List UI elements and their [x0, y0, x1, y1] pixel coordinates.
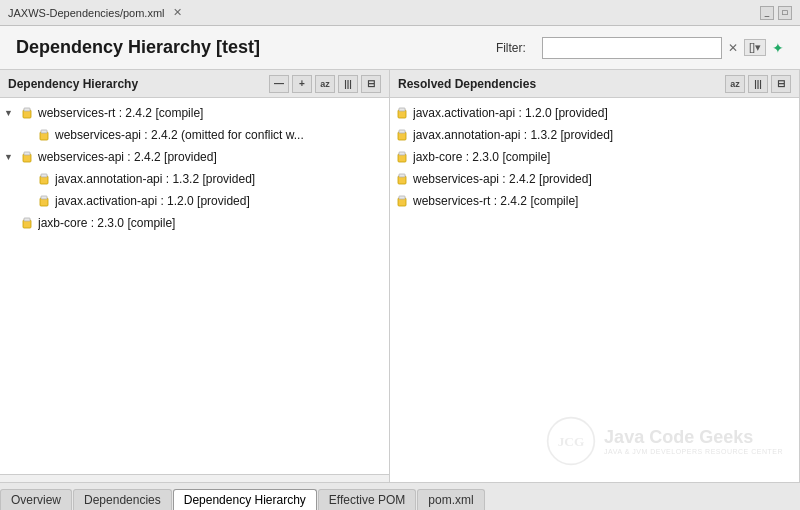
tab-overview[interactable]: Overview: [0, 489, 72, 510]
filter-input[interactable]: [542, 37, 722, 59]
right-panel-toolbar: az ||| ⊟: [725, 75, 791, 93]
jar-icon: [19, 215, 35, 231]
collapse-all-btn-right[interactable]: ⊟: [771, 75, 791, 93]
jar-icon: [36, 127, 52, 143]
tree-item-jaxb-core[interactable]: jaxb-core : 2.3.0 [compile]: [0, 212, 389, 234]
collapse-all-btn[interactable]: ⊟: [361, 75, 381, 93]
jar-icon: [19, 105, 35, 121]
svg-rect-1: [24, 108, 30, 111]
resolved-item-2: javax.annotation-api : 1.3.2 [provided]: [413, 126, 613, 144]
svg-rect-19: [399, 174, 405, 177]
list-item[interactable]: javax.activation-api : 1.2.0 [provided]: [390, 102, 799, 124]
tab-dependency-hierarchy[interactable]: Dependency Hierarchy: [173, 489, 317, 510]
jar-icon: [19, 149, 35, 165]
right-panel-content: javax.activation-api : 1.2.0 [provided] …: [390, 98, 799, 482]
left-panel-title: Dependency Hierarchy: [8, 77, 138, 91]
svg-rect-11: [24, 218, 30, 221]
filter-label: Filter:: [496, 41, 526, 55]
svg-rect-9: [41, 196, 47, 199]
tree-text-webservices-api-omitted: webservices-api : 2.4.2 (omitted for con…: [55, 126, 304, 144]
tree-text-javax-annotation: javax.annotation-api : 1.3.2 [provided]: [55, 170, 255, 188]
filter-clear-button[interactable]: ✕: [726, 41, 740, 55]
maximize-button[interactable]: □: [778, 6, 792, 20]
right-panel-header: Resolved Dependencies az ||| ⊟: [390, 70, 799, 98]
watermark-name: Java Code Geeks: [604, 427, 783, 449]
expand-btn[interactable]: +: [292, 75, 312, 93]
sort-az-btn[interactable]: az: [315, 75, 335, 93]
svg-rect-15: [399, 130, 405, 133]
page-title: Dependency Hierarchy [test]: [16, 37, 260, 58]
content-area: Dependency Hierarchy — + az ||| ⊟ ▼ web: [0, 70, 800, 482]
tree-arrow-webservices-api: ▼: [4, 148, 16, 166]
tab-effective-pom[interactable]: Effective POM: [318, 489, 416, 510]
resolved-dependencies-panel: Resolved Dependencies az ||| ⊟ javax.act…: [390, 70, 800, 482]
tab-pom-xml[interactable]: pom.xml: [417, 489, 484, 510]
sort-bars-btn-right[interactable]: |||: [748, 75, 768, 93]
watermark-sub: JAVA & JVM DEVELOPERS RESOURCE CENTER: [604, 448, 783, 455]
filter-controls: ✕ []▾ ✦: [542, 37, 784, 59]
resolved-item-3: jaxb-core : 2.3.0 [compile]: [413, 148, 550, 166]
tree-item-webservices-api-omitted[interactable]: webservices-api : 2.4.2 (omitted for con…: [0, 124, 389, 146]
jar-icon: [394, 171, 410, 187]
sort-bars-btn[interactable]: |||: [338, 75, 358, 93]
resolved-item-5: webservices-rt : 2.4.2 [compile]: [413, 192, 578, 210]
filter-star-icon[interactable]: ✦: [772, 40, 784, 56]
dependency-hierarchy-panel: Dependency Hierarchy — + az ||| ⊟ ▼ web: [0, 70, 390, 482]
tree-text-webservices-api-provided: webservices-api : 2.4.2 [provided]: [38, 148, 217, 166]
jar-icon: [394, 149, 410, 165]
tab-dependencies[interactable]: Dependencies: [73, 489, 172, 510]
collapse-btn[interactable]: —: [269, 75, 289, 93]
list-item[interactable]: javax.annotation-api : 1.3.2 [provided]: [390, 124, 799, 146]
svg-rect-3: [41, 130, 47, 133]
tree-item-javax-annotation[interactable]: javax.annotation-api : 1.3.2 [provided]: [0, 168, 389, 190]
jar-icon: [394, 105, 410, 121]
left-panel-header: Dependency Hierarchy — + az ||| ⊟: [0, 70, 389, 98]
jar-icon: [36, 171, 52, 187]
svg-rect-17: [399, 152, 405, 155]
minimize-button[interactable]: _: [760, 6, 774, 20]
svg-rect-21: [399, 196, 405, 199]
list-item[interactable]: webservices-api : 2.4.2 [provided]: [390, 168, 799, 190]
tree-item-webservices-api-provided[interactable]: ▼ webservices-api : 2.4.2 [provided]: [0, 146, 389, 168]
filter-options-button[interactable]: []▾: [744, 39, 766, 56]
right-panel-title: Resolved Dependencies: [398, 77, 536, 91]
svg-text:JCG: JCG: [558, 434, 585, 449]
svg-rect-7: [41, 174, 47, 177]
tree-item-webservices-rt[interactable]: ▼ webservices-rt : 2.4.2 [compile]: [0, 102, 389, 124]
title-bar: JAXWS-Dependencies/pom.xml ✕ _ □: [0, 0, 800, 26]
sort-az-btn-right[interactable]: az: [725, 75, 745, 93]
left-panel-toolbar: — + az ||| ⊟: [269, 75, 381, 93]
watermark: JCG Java Code Geeks JAVA & JVM DEVELOPER…: [546, 416, 783, 466]
tree-text-jaxb-core: jaxb-core : 2.3.0 [compile]: [38, 214, 175, 232]
tree-text-javax-activation: javax.activation-api : 1.2.0 [provided]: [55, 192, 250, 210]
tree-arrow-webservices-rt: ▼: [4, 104, 16, 122]
window-controls: _ □: [760, 6, 792, 20]
list-item[interactable]: jaxb-core : 2.3.0 [compile]: [390, 146, 799, 168]
bottom-tabs: Overview Dependencies Dependency Hierarc…: [0, 482, 800, 510]
list-item[interactable]: webservices-rt : 2.4.2 [compile]: [390, 190, 799, 212]
left-panel-hscroll[interactable]: [0, 474, 389, 482]
svg-rect-13: [399, 108, 405, 111]
resolved-item-1: javax.activation-api : 1.2.0 [provided]: [413, 104, 608, 122]
tree-text-webservices-rt: webservices-rt : 2.4.2 [compile]: [38, 104, 203, 122]
title-bar-text: JAXWS-Dependencies/pom.xml: [8, 7, 165, 19]
jar-icon: [394, 193, 410, 209]
jar-icon: [36, 193, 52, 209]
svg-rect-5: [24, 152, 30, 155]
main-header: Dependency Hierarchy [test] Filter: ✕ []…: [0, 26, 800, 70]
jar-icon: [394, 127, 410, 143]
left-panel-content: ▼ webservices-rt : 2.4.2 [compile]: [0, 98, 389, 474]
tree-item-javax-activation[interactable]: javax.activation-api : 1.2.0 [provided]: [0, 190, 389, 212]
title-bar-close-icon[interactable]: ✕: [173, 6, 182, 19]
resolved-item-4: webservices-api : 2.4.2 [provided]: [413, 170, 592, 188]
